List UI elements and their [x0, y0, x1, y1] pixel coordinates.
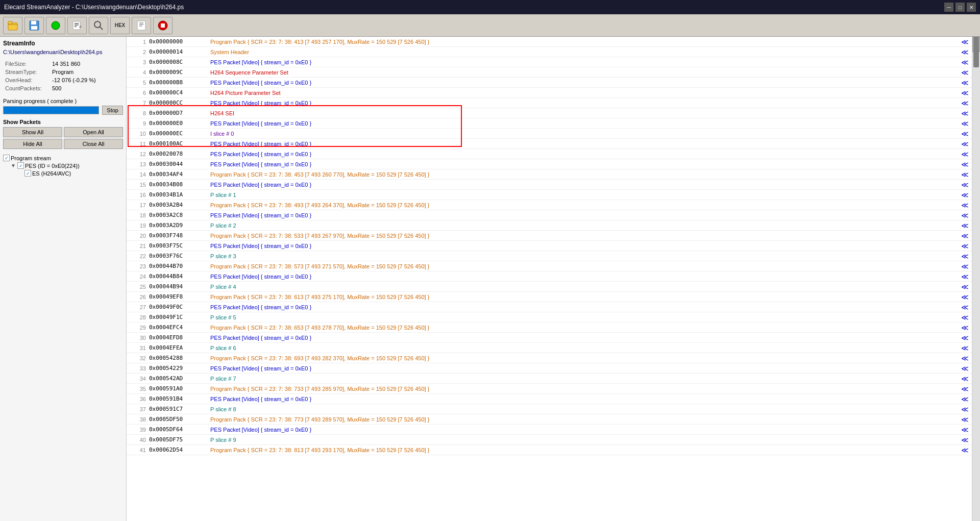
row-expand-icon[interactable]: ≪ — [960, 415, 970, 424]
packet-table[interactable]: 10x00000000Program Pack { SCR = 23: 7: 3… — [127, 37, 972, 521]
packet-row[interactable]: 100x000000ECI slice # 0≪ — [127, 129, 972, 139]
program-stream-item[interactable]: Program stream — [3, 154, 123, 162]
show-all-button[interactable]: Show All — [3, 127, 62, 137]
packet-row[interactable]: 80x000000D7H264 SEI≪ — [127, 108, 972, 118]
row-expand-icon[interactable]: ≪ — [960, 262, 970, 270]
program-stream-checkbox[interactable] — [3, 155, 10, 161]
packet-row[interactable]: 60x000000C4H264 Picture Parameter Set≪ — [127, 88, 972, 98]
packet-row[interactable]: 280x00049F1CP slice # 5≪ — [127, 312, 972, 322]
stop-parsing-button[interactable]: Stop — [102, 106, 123, 115]
packet-row[interactable]: 390x0005DF64PES Packet [Video] { stream_… — [127, 425, 972, 435]
packet-row[interactable]: 410x00062D54Program Pack { SCR = 23: 7: … — [127, 445, 972, 455]
row-expand-icon[interactable]: ≪ — [960, 79, 970, 87]
packet-row[interactable]: 130x00030044PES Packet [Video] { stream_… — [127, 159, 972, 169]
row-expand-icon[interactable]: ≪ — [960, 170, 970, 179]
bookmarks-button[interactable] — [132, 17, 151, 34]
row-expand-icon[interactable]: ≪ — [960, 354, 970, 362]
row-expand-icon[interactable]: ≪ — [960, 375, 970, 383]
row-expand-icon[interactable]: ≪ — [960, 89, 970, 97]
row-expand-icon[interactable]: ≪ — [960, 150, 970, 158]
pes-expand[interactable]: ▼ — [10, 163, 16, 169]
pes-item[interactable]: ▼ PES (ID = 0xE0(224)) — [3, 162, 123, 169]
row-expand-icon[interactable]: ≪ — [960, 283, 970, 291]
packet-row[interactable]: 360x000591B4PES Packet [Video] { stream_… — [127, 394, 972, 404]
scrollbar[interactable] — [972, 37, 980, 521]
row-expand-icon[interactable]: ≪ — [960, 324, 970, 332]
packet-row[interactable]: 270x00049F0CPES Packet [Video] { stream_… — [127, 302, 972, 312]
packet-row[interactable]: 20x00000014System Header≪ — [127, 47, 972, 57]
packet-row[interactable]: 120x00020078PES Packet [Video] { stream_… — [127, 149, 972, 159]
restore-button[interactable]: □ — [955, 3, 965, 12]
save-button[interactable] — [24, 17, 44, 34]
row-expand-icon[interactable]: ≪ — [960, 221, 970, 230]
hide-all-button[interactable]: Hide All — [3, 139, 62, 149]
row-expand-icon[interactable]: ≪ — [960, 140, 970, 148]
row-expand-icon[interactable]: ≪ — [960, 232, 970, 240]
packet-row[interactable]: 210x0003F75CPES Packet [Video] { stream_… — [127, 241, 972, 251]
row-expand-icon[interactable]: ≪ — [960, 99, 970, 107]
packet-row[interactable]: 320x00054288Program Pack { SCR = 23: 7: … — [127, 353, 972, 363]
packet-row[interactable]: 300x0004EFD8PES Packet [Video] { stream_… — [127, 333, 972, 343]
close-all-button[interactable]: Close All — [64, 139, 123, 149]
row-expand-icon[interactable]: ≪ — [960, 119, 970, 128]
row-expand-icon[interactable]: ≪ — [960, 130, 970, 138]
edit-button[interactable] — [67, 17, 87, 34]
packet-row[interactable]: 110x000100ACPES Packet [Video] { stream_… — [127, 139, 972, 149]
minimize-button[interactable]: ─ — [944, 3, 953, 12]
packet-row[interactable]: 190x0003A2D9P slice # 2≪ — [127, 220, 972, 231]
row-expand-icon[interactable]: ≪ — [960, 334, 970, 342]
row-expand-icon[interactable]: ≪ — [960, 242, 970, 250]
packet-row[interactable]: 370x000591C7P slice # 8≪ — [127, 404, 972, 414]
row-expand-icon[interactable]: ≪ — [960, 160, 970, 168]
packet-row[interactable]: 50x000000B8PES Packet [Video] { stream_i… — [127, 78, 972, 88]
search-button[interactable] — [89, 17, 108, 34]
row-expand-icon[interactable]: ≪ — [960, 364, 970, 373]
packet-row[interactable]: 230x00044B70Program Pack { SCR = 23: 7: … — [127, 261, 972, 271]
open-file-button[interactable] — [3, 17, 22, 34]
packet-row[interactable]: 150x00034B08PES Packet [Video] { stream_… — [127, 180, 972, 190]
row-expand-icon[interactable]: ≪ — [960, 201, 970, 209]
row-expand-icon[interactable]: ≪ — [960, 426, 970, 434]
packet-row[interactable]: 250x00044B94P slice # 4≪ — [127, 282, 972, 292]
row-expand-icon[interactable]: ≪ — [960, 303, 970, 311]
packet-row[interactable]: 350x000591A0Program Pack { SCR = 23: 7: … — [127, 384, 972, 394]
close-button[interactable]: ✕ — [967, 3, 976, 12]
packet-row[interactable]: 180x0003A2C8PES Packet [Video] { stream_… — [127, 210, 972, 220]
row-expand-icon[interactable]: ≪ — [960, 272, 970, 281]
packet-row[interactable]: 160x00034B1AP slice # 1≪ — [127, 190, 972, 200]
row-expand-icon[interactable]: ≪ — [960, 109, 970, 117]
packet-row[interactable]: 330x00054229PES Packet [Video] { stream_… — [127, 363, 972, 374]
packet-row[interactable]: 260x00049EF8Program Pack { SCR = 23: 7: … — [127, 292, 972, 302]
row-expand-icon[interactable]: ≪ — [960, 58, 970, 66]
packet-row[interactable]: 30x0000008CPES Packet [Video] { stream_i… — [127, 57, 972, 67]
record-button[interactable] — [46, 17, 65, 34]
row-expand-icon[interactable]: ≪ — [960, 405, 970, 413]
row-expand-icon[interactable]: ≪ — [960, 211, 970, 219]
packet-row[interactable]: 400x0005DF75P slice # 9≪ — [127, 435, 972, 445]
row-expand-icon[interactable]: ≪ — [960, 293, 970, 301]
open-all-button[interactable]: Open All — [64, 127, 123, 137]
row-expand-icon[interactable]: ≪ — [960, 68, 970, 77]
packet-row[interactable]: 290x0004EFC4Program Pack { SCR = 23: 7: … — [127, 322, 972, 333]
packet-row[interactable]: 340x000542ADP slice # 7≪ — [127, 374, 972, 384]
row-expand-icon[interactable]: ≪ — [960, 313, 970, 321]
row-expand-icon[interactable]: ≪ — [960, 436, 970, 444]
hex-button[interactable]: HEX — [110, 17, 130, 34]
packet-row[interactable]: 220x0003F76CP slice # 3≪ — [127, 251, 972, 261]
packet-row[interactable]: 70x000000CCPES Packet [Video] { stream_i… — [127, 98, 972, 108]
packet-row[interactable]: 380x0005DF50Program Pack { SCR = 23: 7: … — [127, 414, 972, 425]
row-expand-icon[interactable]: ≪ — [960, 395, 970, 403]
packet-row[interactable]: 310x0004EFEAP slice # 6≪ — [127, 343, 972, 353]
row-expand-icon[interactable]: ≪ — [960, 38, 970, 46]
packet-row[interactable]: 10x00000000Program Pack { SCR = 23: 7: 3… — [127, 37, 972, 47]
row-expand-icon[interactable]: ≪ — [960, 252, 970, 260]
row-expand-icon[interactable]: ≪ — [960, 191, 970, 199]
row-expand-icon[interactable]: ≪ — [960, 48, 970, 56]
stop-button[interactable] — [153, 17, 173, 34]
row-expand-icon[interactable]: ≪ — [960, 181, 970, 189]
packet-row[interactable]: 90x000000E0PES Packet [Video] { stream_i… — [127, 118, 972, 129]
packet-row[interactable]: 200x0003F748Program Pack { SCR = 23: 7: … — [127, 231, 972, 241]
packet-row[interactable]: 40x0000009CH264 Sequence Parameter Set≪ — [127, 67, 972, 78]
packet-row[interactable]: 140x00034AF4Program Pack { SCR = 23: 7: … — [127, 169, 972, 180]
es-item[interactable]: ES (H264/AVC) — [3, 169, 123, 177]
